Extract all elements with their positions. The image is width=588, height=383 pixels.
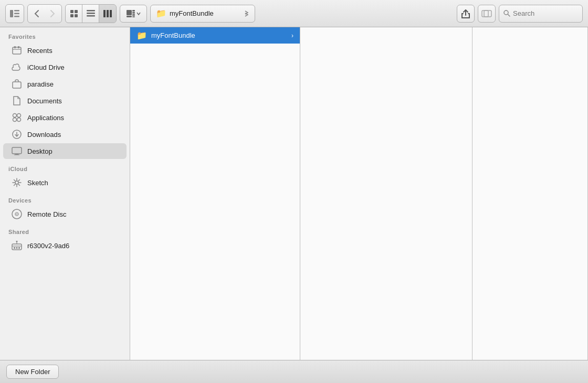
toolbar: 📁 myFontBundle xyxy=(0,0,588,27)
sidebar: Favorites Recents iCloud Drive xyxy=(0,27,130,360)
path-control[interactable]: 📁 myFontBundle xyxy=(150,5,255,23)
nav-group xyxy=(27,4,62,23)
folder-icon: 📁 xyxy=(156,8,166,18)
network-icon xyxy=(12,240,22,251)
sidebar-toggle-button[interactable] xyxy=(5,4,24,23)
icloud-drive-icon xyxy=(12,62,22,72)
folder-item-icon: 📁 xyxy=(136,30,147,40)
icloud-section-label: iCloud xyxy=(0,159,130,174)
svg-rect-19 xyxy=(132,16,135,17)
gallery-view-button[interactable] xyxy=(120,5,147,23)
svg-point-49 xyxy=(16,214,17,215)
svg-point-38 xyxy=(15,181,18,184)
shared-section-label: Shared xyxy=(0,222,130,237)
svg-rect-7 xyxy=(75,14,78,17)
sidebar-item-applications[interactable]: Applications xyxy=(3,110,127,125)
svg-rect-8 xyxy=(87,10,95,12)
desktop-label: Desktop xyxy=(27,147,52,155)
applications-label: Applications xyxy=(27,114,64,122)
svg-rect-0 xyxy=(10,10,13,17)
svg-rect-21 xyxy=(484,10,491,17)
remote-disc-label: Remote Disc xyxy=(27,210,66,218)
content-area: 📁 myFontBundle › xyxy=(130,27,588,360)
forward-button[interactable] xyxy=(45,6,60,21)
icon-view-button[interactable] xyxy=(66,5,82,23)
applications-icon xyxy=(12,112,22,123)
list-view-button[interactable] xyxy=(82,5,99,23)
svg-rect-20 xyxy=(482,10,488,17)
svg-rect-13 xyxy=(110,10,112,17)
downloads-label: Downloads xyxy=(27,131,61,139)
svg-line-44 xyxy=(18,184,20,186)
path-chevrons xyxy=(244,10,249,17)
sidebar-item-sketch[interactable]: Sketch xyxy=(3,175,127,190)
svg-line-45 xyxy=(18,180,20,182)
desktop-icon xyxy=(12,146,22,156)
svg-line-23 xyxy=(508,15,510,17)
svg-rect-11 xyxy=(103,10,106,17)
paradise-icon xyxy=(12,79,22,89)
devices-section-label: Devices xyxy=(0,191,130,206)
svg-rect-24 xyxy=(13,47,21,54)
tag-button[interactable] xyxy=(478,5,496,23)
svg-rect-18 xyxy=(132,14,135,16)
column-view-button[interactable] xyxy=(99,5,116,23)
new-folder-button[interactable]: New Folder xyxy=(6,365,59,379)
path-label: myFontBundle xyxy=(170,9,241,17)
sidebar-item-r6300v2[interactable]: r6300v2-9ad6 xyxy=(3,238,127,253)
paradise-label: paradise xyxy=(27,80,54,88)
r6300v2-label: r6300v2-9ad6 xyxy=(27,242,69,250)
svg-rect-17 xyxy=(132,12,135,14)
myfontbundle-item[interactable]: 📁 myFontBundle › xyxy=(130,27,300,44)
svg-rect-1 xyxy=(14,10,19,12)
sidebar-item-paradise[interactable]: paradise xyxy=(3,76,127,92)
svg-rect-5 xyxy=(75,10,78,13)
svg-rect-10 xyxy=(87,15,95,17)
sidebar-item-downloads[interactable]: Downloads xyxy=(3,126,127,142)
recents-icon xyxy=(12,45,22,56)
view-group xyxy=(65,4,117,23)
sketch-label: Sketch xyxy=(27,179,48,187)
svg-rect-14 xyxy=(127,10,132,15)
bottom-bar: New Folder xyxy=(0,360,588,383)
svg-point-30 xyxy=(17,114,21,118)
svg-rect-50 xyxy=(12,244,22,250)
svg-rect-12 xyxy=(107,10,109,17)
svg-rect-15 xyxy=(127,16,132,17)
svg-point-29 xyxy=(13,114,17,118)
search-input[interactable] xyxy=(513,9,578,17)
svg-rect-54 xyxy=(14,247,15,249)
favorites-section-label: Favorites xyxy=(0,27,130,42)
svg-rect-6 xyxy=(70,14,74,17)
svg-rect-2 xyxy=(14,13,19,14)
svg-rect-4 xyxy=(70,10,74,13)
folder-item-label: myFontBundle xyxy=(151,31,287,39)
svg-point-31 xyxy=(13,118,17,122)
svg-rect-56 xyxy=(18,247,20,249)
chevron-right-icon: › xyxy=(291,32,293,39)
sketch-icon xyxy=(12,177,22,188)
share-button[interactable] xyxy=(457,5,475,23)
svg-rect-3 xyxy=(14,16,19,17)
svg-rect-25 xyxy=(14,46,16,48)
remote-disc-icon xyxy=(12,209,22,219)
svg-point-32 xyxy=(17,118,21,122)
svg-rect-28 xyxy=(13,82,21,88)
search-box[interactable] xyxy=(499,5,583,23)
main-container: Favorites Recents iCloud Drive xyxy=(0,27,588,360)
column-pane-2 xyxy=(300,27,472,360)
column-pane-3 xyxy=(472,27,588,360)
svg-point-53 xyxy=(16,241,18,242)
svg-line-43 xyxy=(14,180,16,182)
sidebar-item-icloud-drive[interactable]: iCloud Drive xyxy=(3,59,127,75)
svg-rect-26 xyxy=(18,46,19,48)
svg-rect-16 xyxy=(132,10,135,12)
search-icon xyxy=(503,10,510,17)
icloud-drive-label: iCloud Drive xyxy=(27,63,65,71)
sidebar-item-desktop[interactable]: Desktop xyxy=(3,143,127,159)
sidebar-item-remote-disc[interactable]: Remote Disc xyxy=(3,206,127,222)
sidebar-item-recents[interactable]: Recents xyxy=(3,42,127,58)
svg-rect-55 xyxy=(16,247,18,249)
sidebar-item-documents[interactable]: Documents xyxy=(3,93,127,109)
back-button[interactable] xyxy=(29,6,44,21)
